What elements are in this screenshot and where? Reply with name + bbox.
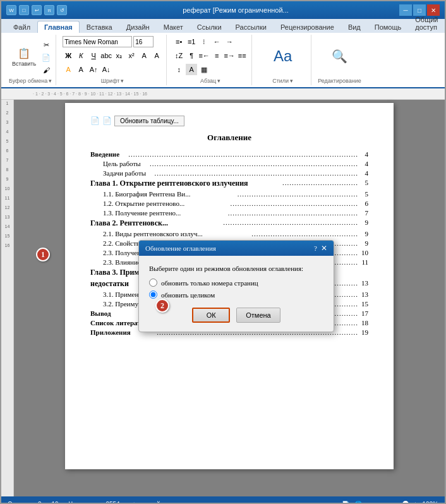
ribbon-tabs: Файл Главная Вставка Дизайн Макет Ссылки… [1,19,445,33]
paragraph-controls: ≡• ≡1 ⁝ ← → ↕Z ¶ ≡← ≡ ≡→ ≡≡ ↕ A ▦ [173,36,248,76]
tab-share[interactable]: Общий доступ [408,13,445,33]
option-pages-only-radio[interactable] [149,279,157,287]
tab-insert[interactable]: Вставка [80,21,119,33]
increase-indent-button[interactable]: → [224,36,235,47]
clipboard-buttons: 📋 Вставить ✂ 📄 🖌 [9,36,52,76]
status-words: Число слов: 2554 [69,501,120,505]
superscript-button[interactable]: x² [126,50,137,61]
modal-buttons: 2 ОК Отмена [149,308,323,323]
tab-design[interactable]: Дизайн [119,21,157,33]
font-size-input[interactable] [133,36,154,47]
cut-button[interactable]: ✂ [40,39,52,51]
styles-icon: Aa [274,47,292,65]
modal-title-bar: Обновление оглавления ? ✕ [139,241,334,256]
text-effects-button[interactable]: A [151,50,162,61]
grow-font-button[interactable]: A↑ [88,64,99,75]
paragraph-arrow[interactable]: ▾ [217,78,220,84]
tb-icon-2[interactable]: ↩ [32,5,42,15]
shading-button[interactable]: A [186,64,197,75]
status-page: Страница 2 из 19 [8,501,59,505]
zoom-level: 100% [422,501,438,505]
subscript-button[interactable]: x₂ [113,50,124,61]
modal-ok-button[interactable]: ОК [192,308,230,323]
ruler: · 1 · 2 · 3 · 4 · 5 · 6 · 7 · 8 · 9 · 10… [1,88,445,100]
ruler-marks: · 1 · 2 · 3 · 4 · 5 · 6 · 7 · 8 · 9 · 10… [33,92,147,96]
font-name-input[interactable] [63,36,132,47]
tab-references[interactable]: Ссылки [190,21,229,33]
view-icon-print[interactable]: 📄 [342,501,349,505]
clipboard-arrow[interactable]: ▾ [49,78,52,84]
zoom-out-button[interactable]: − [367,501,371,505]
tb-icon-3[interactable]: π [44,5,54,15]
para-row-1: ≡• ≡1 ⁝ ← → [173,36,235,47]
editing-label: Редактирование [318,78,361,84]
modal-help-icon[interactable]: ? [314,244,317,252]
bullets-button[interactable]: ≡• [173,36,184,47]
tab-home[interactable]: Главная [37,21,80,33]
title-bar: W □ ↩ π ↺ реферат [Режим ограниченной...… [1,1,445,19]
show-marks-button[interactable]: ¶ [186,50,197,61]
word-icon: W [6,5,16,15]
option-full-update-radio[interactable] [149,291,157,299]
document-page: 📄 📄 Обновить таблицу... Оглавление Введе… [65,103,394,469]
font-row-3: A A A↑ A↓ [63,64,112,75]
window-title: реферат [Режим ограниченной... [76,6,395,14]
option-full-update-label[interactable]: обновить целиком [161,291,215,299]
title-bar-icons: W □ ↩ π ↺ [6,5,67,15]
styles-label: Стили ▾ [272,78,293,84]
tab-view[interactable]: Вид [341,21,368,33]
clear-format-button[interactable]: A [138,50,150,61]
ribbon-group-editing: 🔍 Редактирование [314,35,365,85]
sort-button[interactable]: ↕Z [173,50,184,61]
styles-arrow[interactable]: ▾ [290,78,293,84]
align-center-button[interactable]: ≡ [211,50,222,61]
tab-help[interactable]: Помощь [368,21,409,33]
paste-button[interactable]: 📋 Вставить [9,44,39,69]
font-row-2: Ж К Ч abc x₂ x² A A [63,50,162,61]
tab-mailings[interactable]: Рассылки [229,21,274,33]
styles-content: Aa [274,36,292,76]
view-icon-web[interactable]: 🌐 [354,501,362,505]
modal-option-1: обновить только номера страниц [149,279,323,287]
option-pages-only-label[interactable]: обновить только номера страниц [161,279,258,287]
shrink-font-button[interactable]: A↓ [100,64,112,75]
zoom-in-button[interactable]: + [414,501,418,505]
align-left-button[interactable]: ≡← [198,50,210,61]
numbering-button[interactable]: ≡1 [186,36,197,47]
step-1-circle: 1 [36,248,50,261]
modal-close-button[interactable]: ✕ [321,244,327,253]
modal-cancel-button[interactable]: Отмена [236,308,280,323]
side-ruler: 1 2 3 4 5 6 7 8 9 10 11 12 13 14 15 16 [1,100,14,496]
highlight-button[interactable]: A [63,64,74,75]
clipboard-label: Буфер обмена ▾ [9,78,52,84]
multilevel-list-button[interactable]: ⁝ [198,36,210,47]
strikethrough-button[interactable]: abc [100,50,112,61]
copy-button[interactable]: 📄 [40,52,52,63]
paragraph-label: Абзац ▾ [200,78,220,84]
status-right: 📄 🌐 − + 100% [342,501,438,505]
decrease-indent-button[interactable]: ← [211,36,222,47]
tb-icon-1[interactable]: □ [19,5,29,15]
format-painter-button[interactable]: 🖌 [40,64,52,76]
tb-icon-4[interactable]: ↺ [57,5,67,15]
tab-review[interactable]: Рецензирование [274,21,341,33]
ribbon-group-styles: Aa Стили ▾ [255,35,311,85]
justify-button[interactable]: ≡≡ [236,50,248,61]
zoom-bar: − + [367,501,418,505]
editing-icon: 🔍 [332,49,347,64]
font-arrow[interactable]: ▾ [121,78,124,84]
bold-button[interactable]: Ж [63,50,74,61]
borders-button[interactable]: ▦ [198,64,210,75]
align-right-button[interactable]: ≡→ [224,50,235,61]
font-label: Шрифт ▾ [101,78,124,84]
ribbon-toolbar: 📋 Вставить ✂ 📄 🖌 Буфер обмена ▾ Ж К Ч [1,33,445,88]
tab-layout[interactable]: Макет [157,21,190,33]
para-row-2: ↕Z ¶ ≡← ≡ ≡→ ≡≡ [173,50,248,61]
font-color-button[interactable]: A [75,64,87,75]
line-spacing-button[interactable]: ↕ [173,64,184,75]
modal-question: Выберите один из режимов обновления огла… [149,265,323,272]
paste-icon: 📋 [16,45,32,61]
italic-button[interactable]: К [75,50,87,61]
tab-file[interactable]: Файл [6,21,37,33]
underline-button[interactable]: Ч [88,50,99,61]
